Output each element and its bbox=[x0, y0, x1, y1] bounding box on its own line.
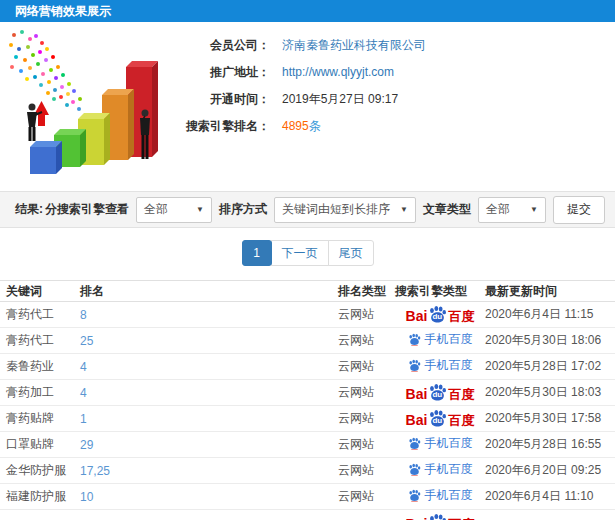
engine-select-value: 全部 bbox=[144, 201, 168, 218]
article-type-select[interactable]: 全部 ▼ bbox=[478, 197, 546, 223]
header-keyword: 关键词 bbox=[0, 281, 80, 302]
table-row: 膏药代工8云网站Baidu百度2020年6月4日 11:15 bbox=[0, 302, 615, 328]
rank-link[interactable]: 4 bbox=[80, 360, 87, 374]
rank-link[interactable]: 4 bbox=[80, 386, 87, 400]
rank-type-cell: 云网站 bbox=[338, 333, 374, 347]
baidu-logo: Baidu百度 bbox=[406, 513, 475, 520]
keyword-cell: 金华防护服 bbox=[6, 463, 66, 477]
info-field: 开通时间：2019年5月27日 09:17 bbox=[175, 91, 426, 107]
engine-select[interactable]: 全部 ▼ bbox=[136, 197, 212, 223]
table-row: 膏药代工25云网站手机百度2020年5月30日 18:06 bbox=[0, 328, 615, 354]
filter-bar: 结果: 分搜索引擎查看 全部 ▼ 排序方式 关键词由短到长排序 ▼ 文章类型 全… bbox=[0, 191, 615, 228]
sort-filter-label: 排序方式 bbox=[219, 201, 267, 218]
rank-link[interactable]: 17,25 bbox=[80, 464, 110, 478]
header-rank: 排名 bbox=[80, 281, 338, 302]
info-section: 会员公司：济南秦鲁药业科技有限公司推广地址：http://www.qlyyjt.… bbox=[0, 22, 615, 191]
baidu-paw-icon bbox=[408, 359, 421, 372]
mobile-baidu-label: 手机百度 bbox=[425, 489, 473, 501]
table-row: 膏药加工4云网站Baidu百度2020年5月30日 18:03 bbox=[0, 380, 615, 406]
chevron-down-icon: ▼ bbox=[196, 205, 204, 214]
article-type-select-value: 全部 bbox=[486, 201, 510, 218]
baidu-paw-icon bbox=[408, 437, 421, 450]
bar-blue bbox=[30, 141, 62, 174]
rank-type-cell: 云网站 bbox=[338, 359, 374, 373]
table-body: 膏药代工8云网站Baidu百度2020年6月4日 11:15膏药代工25云网站手… bbox=[0, 302, 615, 520]
info-fields: 会员公司：济南秦鲁药业科技有限公司推广地址：http://www.qlyyjt.… bbox=[175, 37, 426, 145]
bar-chart-clipart bbox=[2, 27, 172, 181]
result-label: 结果: bbox=[15, 201, 43, 218]
sort-select-value: 关键词由短到长排序 bbox=[282, 201, 390, 218]
rank-type-cell: 云网站 bbox=[338, 463, 374, 477]
rank-type-cell: 云网站 bbox=[338, 489, 374, 503]
mobile-baidu-logo: 手机百度 bbox=[408, 359, 473, 372]
rank-type-cell: 云网站 bbox=[338, 411, 374, 425]
keyword-cell: 膏药代工 bbox=[6, 307, 54, 321]
updated-cell: 2020年6月4日 11:10 bbox=[485, 489, 594, 503]
info-field-value: 2019年5月27日 09:17 bbox=[282, 91, 398, 108]
info-field-suffix: 条 bbox=[309, 118, 321, 135]
keyword-cell: 膏药代工 bbox=[6, 333, 54, 347]
baidu-logo: Baidu百度 bbox=[406, 305, 475, 323]
updated-cell: 2020年5月30日 18:06 bbox=[485, 333, 601, 347]
keyword-cell: 福建防护服 bbox=[6, 489, 66, 503]
keyword-cell: 膏药加工 bbox=[6, 385, 54, 399]
baidu-logo-bai: Bai bbox=[406, 413, 428, 427]
page-button[interactable]: 尾页 bbox=[328, 240, 374, 266]
mobile-baidu-label: 手机百度 bbox=[425, 359, 473, 371]
baidu-logo-du: du bbox=[432, 313, 442, 321]
page-title: 网络营销效果展示 bbox=[0, 0, 615, 22]
info-field: 会员公司：济南秦鲁药业科技有限公司 bbox=[175, 37, 426, 53]
baidu-logo-cn: 百度 bbox=[448, 388, 474, 401]
mobile-baidu-logo: 手机百度 bbox=[408, 437, 473, 450]
chevron-down-icon: ▼ bbox=[530, 205, 538, 214]
confetti-dots bbox=[9, 30, 82, 111]
page: 网络营销效果展示 bbox=[0, 0, 615, 520]
baidu-logo-bai: Bai bbox=[406, 309, 428, 323]
baidu-paw-icon bbox=[428, 513, 447, 520]
table-row: 口罩贴牌29云网站手机百度2020年5月28日 16:55 bbox=[0, 432, 615, 458]
baidu-logo-cn: 百度 bbox=[448, 414, 474, 427]
info-field-label: 开通时间： bbox=[175, 91, 270, 108]
rank-link[interactable]: 29 bbox=[80, 438, 93, 452]
rank-link[interactable]: 10 bbox=[80, 490, 93, 504]
page-button-current[interactable]: 1 bbox=[242, 240, 272, 266]
page-button[interactable]: 下一页 bbox=[271, 240, 329, 266]
table-header-row: 关键词 排名 排名类型 搜索引擎类型 最新更新时间 bbox=[0, 281, 615, 302]
growth-chart-illustration bbox=[2, 27, 172, 177]
info-field-value: 4895 bbox=[282, 119, 309, 133]
mobile-baidu-label: 手机百度 bbox=[425, 437, 473, 449]
rank-link[interactable]: 8 bbox=[80, 308, 87, 322]
engine-filter-label: 分搜索引擎查看 bbox=[45, 201, 129, 218]
updated-cell: 2020年6月20日 09:25 bbox=[485, 463, 601, 477]
table-row: 福建防护服10云网站手机百度2020年6月4日 11:10 bbox=[0, 484, 615, 510]
mobile-baidu-label: 手机百度 bbox=[425, 463, 473, 475]
rank-table: 关键词 排名 排名类型 搜索引擎类型 最新更新时间 膏药代工8云网站Baidu百… bbox=[0, 280, 615, 520]
rank-type-cell: 云网站 bbox=[338, 385, 374, 399]
baidu-logo: Baidu百度 bbox=[406, 409, 475, 427]
rank-type-cell: 云网站 bbox=[338, 437, 374, 451]
filter-controls: 分搜索引擎查看 全部 ▼ 排序方式 关键词由短到长排序 ▼ 文章类型 全部 ▼ … bbox=[45, 196, 605, 224]
info-field: 搜索引擎排名：4895条 bbox=[175, 118, 426, 134]
rank-link[interactable]: 1 bbox=[80, 412, 87, 426]
baidu-logo-bai: Bai bbox=[406, 387, 428, 401]
header-engine-type: 搜索引擎类型 bbox=[395, 281, 485, 302]
info-field-value[interactable]: http://www.qlyyjt.com bbox=[282, 65, 394, 79]
sort-select[interactable]: 关键词由短到长排序 ▼ bbox=[274, 197, 416, 223]
article-type-label: 文章类型 bbox=[423, 201, 471, 218]
rank-type-cell: 云网站 bbox=[338, 307, 374, 321]
info-field-label: 推广地址： bbox=[175, 64, 270, 81]
baidu-logo-du: du bbox=[432, 391, 442, 399]
keyword-cell: 口罩贴牌 bbox=[6, 437, 54, 451]
info-field-label: 搜索引擎排名： bbox=[175, 118, 270, 135]
mobile-baidu-logo: 手机百度 bbox=[408, 489, 473, 502]
submit-button[interactable]: 提交 bbox=[553, 196, 605, 224]
updated-cell: 2020年5月28日 16:55 bbox=[485, 437, 601, 451]
pagination: 1下一页尾页 bbox=[0, 240, 615, 266]
info-field-value[interactable]: 济南秦鲁药业科技有限公司 bbox=[282, 37, 426, 54]
baidu-logo-cn: 百度 bbox=[448, 310, 474, 323]
updated-cell: 2020年6月4日 11:15 bbox=[485, 307, 594, 321]
mobile-baidu-logo: 手机百度 bbox=[408, 463, 473, 476]
mobile-baidu-label: 手机百度 bbox=[425, 333, 473, 345]
rank-link[interactable]: 25 bbox=[80, 334, 93, 348]
updated-cell: 2020年5月30日 17:58 bbox=[485, 411, 601, 425]
